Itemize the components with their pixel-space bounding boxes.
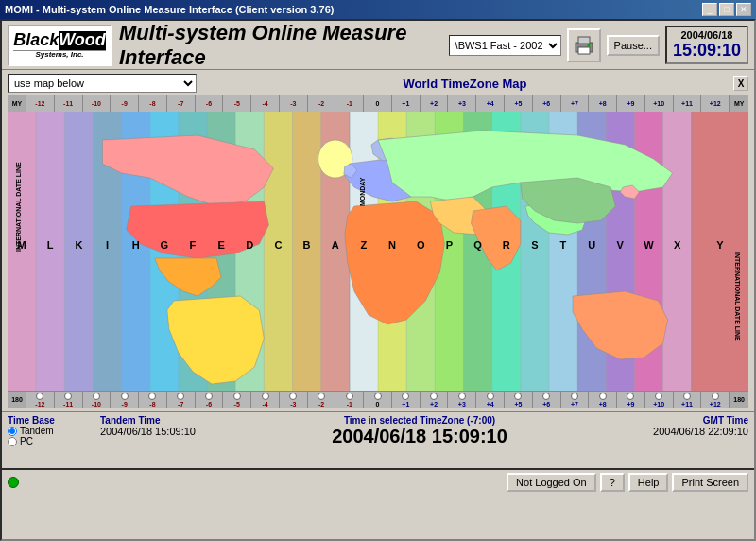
bottom-labels-row: 180-12-11-10-9-8-7-6-5-4-3-2-10+1+2+3+4+… bbox=[8, 391, 748, 408]
bottom-buttons: Not Logged On ? Help Print Screen bbox=[507, 473, 748, 492]
pc-label: PC bbox=[20, 436, 33, 446]
status-bar: Time Base Tandem PC Tandem Time 2004/06/… bbox=[2, 411, 754, 468]
bottom-tz-label-13: +1 bbox=[392, 392, 421, 408]
svg-text:A: A bbox=[332, 239, 339, 251]
svg-text:H: H bbox=[132, 239, 140, 251]
window-title: MOMI - Multi-system Online Measure Inter… bbox=[5, 4, 334, 15]
top-tz-label-9: -3 bbox=[280, 95, 308, 112]
top-tz-label-22: +10 bbox=[645, 95, 674, 112]
bottom-tz-label-15: +3 bbox=[448, 392, 476, 408]
bottom-tz-label-16: +4 bbox=[476, 392, 505, 408]
top-tz-label-16: +4 bbox=[476, 95, 505, 112]
top-tz-label-5: -7 bbox=[167, 95, 196, 112]
bottom-tz-label-0: -12 bbox=[26, 392, 55, 408]
svg-text:INTERNATIONAL DATE LINE: INTERNATIONAL DATE LINE bbox=[15, 162, 22, 252]
top-tz-label-23: +11 bbox=[674, 95, 702, 112]
bottom-tz-label-1: -11 bbox=[55, 392, 83, 408]
bottom-tz-label-8: -4 bbox=[251, 392, 280, 408]
svg-rect-2 bbox=[578, 47, 590, 54]
top-tz-label-10: -2 bbox=[308, 95, 336, 112]
top-tz-label-6: -6 bbox=[196, 95, 224, 112]
svg-text:R: R bbox=[503, 239, 510, 251]
svg-text:INTERNATIONAL DATE LINE: INTERNATIONAL DATE LINE bbox=[734, 252, 741, 341]
top-tz-label-3: -9 bbox=[111, 95, 139, 112]
main-window: BlackWood Systems, Inc. Multi-system Onl… bbox=[0, 19, 756, 541]
minimize-button[interactable]: _ bbox=[702, 3, 717, 16]
logo-black-text: Black bbox=[13, 31, 59, 50]
pause-button[interactable]: Pause... bbox=[607, 35, 660, 56]
bottom-tz-label-24: +12 bbox=[701, 392, 730, 408]
logo-wood-text: Wood bbox=[59, 31, 106, 50]
map-body[interactable]: INTERNATIONAL DATE LINE INTERNATIONAL DA… bbox=[8, 112, 748, 391]
top-tz-label-13: +1 bbox=[392, 95, 421, 112]
svg-text:B: B bbox=[303, 239, 311, 251]
help-button[interactable]: Help bbox=[628, 473, 669, 492]
top-labels-row: MY -12-11-10-9-8-7-6-5-4-3-2-10+1+2+3+4+… bbox=[8, 95, 748, 112]
map-close-button[interactable]: X bbox=[733, 76, 748, 91]
map-title: World TimeZone Map bbox=[200, 77, 730, 91]
top-tz-label-15: +3 bbox=[448, 95, 476, 112]
not-logged-on-button[interactable]: Not Logged On bbox=[507, 473, 596, 492]
datetime-display: 2004/06/18 15:09:10 bbox=[665, 26, 748, 64]
maximize-button[interactable]: □ bbox=[719, 3, 734, 16]
svg-text:S: S bbox=[531, 239, 538, 251]
map-dropdown[interactable]: use map below bbox=[8, 74, 197, 93]
printer-button[interactable] bbox=[567, 28, 601, 62]
header-bar: BlackWood Systems, Inc. Multi-system Onl… bbox=[2, 21, 754, 70]
bottom-tz-label-6: -6 bbox=[196, 392, 224, 408]
top-tz-label-7: -5 bbox=[223, 95, 251, 112]
bottom-tz-label-7: -5 bbox=[223, 392, 251, 408]
top-tz-label-14: +2 bbox=[421, 95, 449, 112]
header-time: 15:09:10 bbox=[673, 41, 741, 61]
top-tz-label-12: 0 bbox=[364, 95, 392, 112]
gmt-time-value: 2004/06/18 22:09:10 bbox=[607, 426, 748, 437]
svg-text:K: K bbox=[75, 239, 82, 251]
svg-text:W: W bbox=[644, 239, 654, 251]
print-screen-button[interactable]: Print Screen bbox=[672, 473, 748, 492]
gmt-time-section: GMT Time 2004/06/18 22:09:10 bbox=[607, 415, 748, 437]
question-button[interactable]: ? bbox=[600, 473, 625, 492]
bottom-tz-label-22: +10 bbox=[645, 392, 674, 408]
pc-radio[interactable] bbox=[8, 437, 17, 446]
bottom-tz-label-20: +8 bbox=[589, 392, 617, 408]
svg-text:E: E bbox=[217, 239, 224, 251]
bottom-tz-label-9: -3 bbox=[280, 392, 308, 408]
pc-radio-item[interactable]: PC bbox=[8, 436, 93, 446]
logo-sub-text: Systems, Inc. bbox=[13, 50, 106, 60]
top-tz-label-18: +6 bbox=[533, 95, 561, 112]
bottom-tz-label-12: 0 bbox=[364, 392, 392, 408]
map-toolbar: use map below World TimeZone Map X bbox=[8, 74, 748, 93]
top-tz-label-0: -12 bbox=[26, 95, 55, 112]
bottom-tz-label-4: -8 bbox=[139, 392, 167, 408]
svg-text:P: P bbox=[446, 239, 453, 251]
tandem-radio[interactable] bbox=[8, 427, 17, 436]
svg-text:L: L bbox=[47, 239, 54, 251]
bottom-tz-label-2: -10 bbox=[83, 392, 112, 408]
svg-text:X: X bbox=[674, 239, 681, 251]
top-tz-label-2: -10 bbox=[83, 95, 112, 112]
top-tz-label-21: +9 bbox=[617, 95, 645, 112]
svg-text:MONDAY: MONDAY bbox=[359, 177, 366, 206]
app-title: Multi-system Online Measure Interface bbox=[119, 21, 441, 70]
svg-text:T: T bbox=[560, 239, 567, 251]
tandem-time-label: Tandem Time bbox=[100, 415, 232, 426]
status-light bbox=[8, 477, 19, 488]
top-tz-label-1: -11 bbox=[55, 95, 83, 112]
svg-text:U: U bbox=[588, 239, 595, 251]
time-base-label: Time Base bbox=[8, 415, 93, 426]
top-tz-label-20: +8 bbox=[589, 95, 617, 112]
svg-point-3 bbox=[587, 44, 590, 46]
selected-tz-label: Time in selected TimeZone (-7:00) bbox=[240, 415, 599, 426]
svg-text:M: M bbox=[17, 239, 26, 251]
svg-text:G: G bbox=[161, 239, 169, 251]
top-tz-label-11: -1 bbox=[335, 95, 364, 112]
bottom-status-bar: Not Logged On ? Help Print Screen bbox=[2, 468, 754, 495]
top-tz-label-8: -4 bbox=[251, 95, 280, 112]
bottom-tz-label-14: +2 bbox=[421, 392, 449, 408]
svg-text:Z: Z bbox=[361, 239, 368, 251]
tandem-time-value: 2004/06/18 15:09:10 bbox=[100, 426, 232, 437]
close-window-button[interactable]: ✕ bbox=[736, 3, 751, 16]
system-dropdown[interactable]: \BWS1 Fast - 2002 bbox=[449, 35, 561, 56]
tandem-radio-item[interactable]: Tandem bbox=[8, 426, 93, 436]
svg-text:V: V bbox=[617, 239, 625, 251]
